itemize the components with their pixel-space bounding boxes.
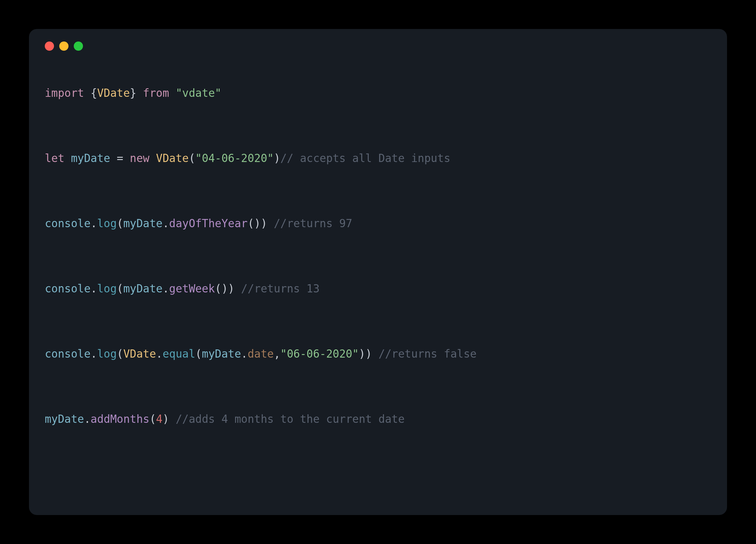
string-date2: "06-06-2020" <box>280 347 359 360</box>
code-line-11: myDate.addMonths(4) //adds 4 months to t… <box>45 411 711 427</box>
ident-mydate: myDate <box>202 347 241 360</box>
paren-close: ) <box>163 413 169 425</box>
comment: // accepts all Date inputs <box>280 152 450 165</box>
brace-open: { <box>84 87 97 99</box>
brace-close: } <box>130 87 136 99</box>
method-dayoftheyear: dayOfTheYear <box>169 217 248 230</box>
blank-line <box>45 313 711 330</box>
ident-mydate: myDate <box>123 217 162 230</box>
comment: //returns 13 <box>241 282 319 295</box>
space <box>267 217 274 230</box>
blank-line <box>45 248 711 264</box>
keyword-from: from <box>136 87 175 99</box>
paren-close: ) <box>261 217 267 230</box>
paren-open: ( <box>117 347 123 360</box>
method-getweek: getWeek <box>169 282 215 295</box>
keyword-import: import <box>45 87 84 99</box>
equals: = <box>110 152 130 165</box>
zoom-icon[interactable] <box>74 41 83 51</box>
ident-console: console <box>45 347 91 360</box>
space <box>234 282 241 295</box>
space <box>169 413 176 425</box>
type-vdate: VDate <box>97 87 130 99</box>
comment: //returns 97 <box>274 217 352 230</box>
keyword-new: new <box>130 152 149 165</box>
number-4: 4 <box>156 413 163 425</box>
paren-open: ( <box>149 413 156 425</box>
space <box>372 347 379 360</box>
dot: . <box>91 217 97 230</box>
close-icon[interactable] <box>45 41 54 51</box>
method-equal: equal <box>163 347 195 360</box>
paren-close: ) <box>359 347 365 360</box>
type-vdate: VDate <box>123 347 156 360</box>
paren-close: ) <box>365 347 372 360</box>
code-block: import {VDate} from "vdate" let myDate =… <box>45 68 711 460</box>
ident-mydate: myDate <box>71 152 110 165</box>
code-line-9: console.log(VDate.equal(myDate.date,"06-… <box>45 346 711 362</box>
space <box>149 152 156 165</box>
paren-open: ( <box>117 217 123 230</box>
ident-mydate: myDate <box>123 282 162 295</box>
dot: . <box>91 282 97 295</box>
dot: . <box>84 413 91 425</box>
type-vdate: VDate <box>156 152 189 165</box>
ident-console: console <box>45 217 91 230</box>
window-traffic-lights <box>45 41 711 51</box>
paren-close: ) <box>228 282 234 295</box>
paren-close: ) <box>274 152 280 165</box>
dot: . <box>241 347 248 360</box>
blank-line <box>45 183 711 199</box>
ident-mydate: myDate <box>45 413 84 425</box>
blank-line <box>45 118 711 134</box>
code-line-7: console.log(myDate.getWeek()) //returns … <box>45 281 711 297</box>
dot: . <box>163 217 169 230</box>
comment: //returns false <box>378 347 476 360</box>
comma: , <box>274 347 280 360</box>
code-line-1: import {VDate} from "vdate" <box>45 85 711 101</box>
paren-open: ( <box>117 282 123 295</box>
paren-pair: () <box>215 282 228 295</box>
minimize-icon[interactable] <box>59 41 68 51</box>
keyword-let: let <box>45 152 65 165</box>
code-line-5: console.log(myDate.dayOfTheYear()) //ret… <box>45 215 711 232</box>
prop-date: date <box>248 347 274 360</box>
method-log: log <box>97 282 117 295</box>
string-date: "04-06-2020" <box>195 152 274 165</box>
dot: . <box>156 347 163 360</box>
method-addmonths: addMonths <box>91 413 149 425</box>
code-window: import {VDate} from "vdate" let myDate =… <box>29 29 727 515</box>
dot: . <box>163 282 169 295</box>
string-vdate: "vdate" <box>175 87 221 99</box>
paren-open: ( <box>195 347 202 360</box>
blank-line <box>45 378 711 395</box>
paren-pair: () <box>248 217 261 230</box>
paren-open: ( <box>189 152 195 165</box>
method-log: log <box>97 217 117 230</box>
method-log: log <box>97 347 117 360</box>
code-line-3: let myDate = new VDate("04-06-2020")// a… <box>45 150 711 167</box>
space <box>65 152 71 165</box>
ident-console: console <box>45 282 91 295</box>
comment: //adds 4 months to the current date <box>175 413 404 425</box>
dot: . <box>91 347 97 360</box>
